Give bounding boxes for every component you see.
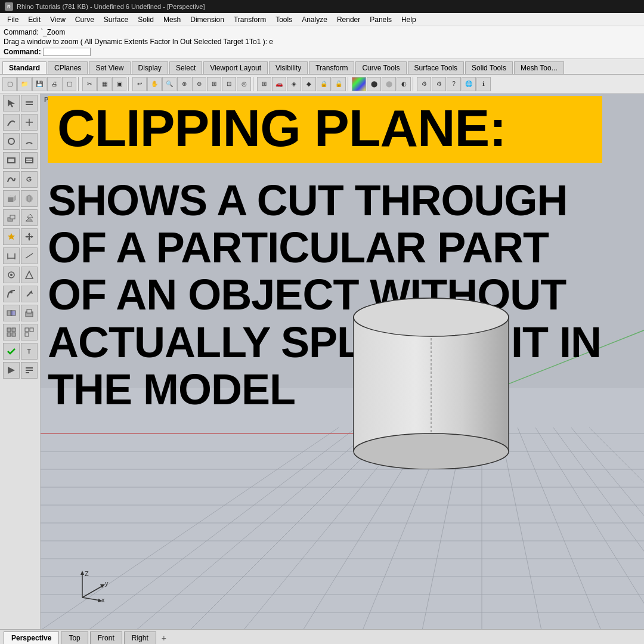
command-input[interactable]: [43, 48, 91, 56]
sidebar-grid3-icon[interactable]: [21, 324, 38, 340]
sidebar-text-icon[interactable]: T: [21, 343, 38, 360]
sidebar-row-14: T: [0, 342, 40, 361]
menu-file[interactable]: File: [2, 14, 23, 25]
menu-curve[interactable]: Curve: [70, 14, 99, 25]
sidebar-grid2-icon[interactable]: [3, 324, 20, 340]
sidebar-history2-icon[interactable]: [21, 362, 38, 379]
add-viewport-button[interactable]: +: [158, 632, 170, 644]
menu-dimension[interactable]: Dimension: [185, 14, 229, 25]
sidebar-bool2-icon[interactable]: [21, 305, 38, 321]
sidebar-history-icon[interactable]: [3, 362, 20, 379]
tab-cplanes[interactable]: CPlanes: [48, 61, 88, 74]
toolbar-grid-icon[interactable]: ⊞: [257, 77, 271, 91]
viewport[interactable]: P CLIPPING PLANE: SHOWS A CUT THROUGH OF…: [41, 94, 644, 629]
toolbar-obj2-icon[interactable]: ◆: [302, 77, 316, 91]
sidebar-move-icon[interactable]: [21, 228, 38, 245]
toolbar-lock-icon[interactable]: 🔒: [317, 77, 331, 91]
svg-rect-39: [12, 333, 16, 336]
sidebar-extrude-icon[interactable]: [3, 209, 20, 226]
menu-mesh[interactable]: Mesh: [159, 14, 185, 25]
sidebar-star-icon[interactable]: [3, 228, 20, 245]
toolbar-help-icon[interactable]: ?: [447, 77, 461, 91]
sidebar-spiral-icon[interactable]: [21, 171, 38, 188]
sidebar-circle-icon[interactable]: [3, 133, 20, 150]
toolbar-open-icon[interactable]: 📁: [17, 77, 32, 91]
toolbar-zoomsel-icon[interactable]: ⊡: [222, 77, 236, 91]
sidebar-row-3: [0, 132, 40, 151]
sidebar-box-icon[interactable]: [3, 190, 20, 207]
toolbar-zoom1-icon[interactable]: 🔍: [162, 77, 177, 91]
sidebar-select2-icon[interactable]: [21, 95, 38, 112]
toolbar-new-icon[interactable]: ▢: [2, 77, 17, 91]
sidebar-dim-icon[interactable]: [3, 247, 20, 264]
tab-surface-tools[interactable]: Surface Tools: [408, 61, 465, 74]
sidebar-array-icon[interactable]: [3, 286, 20, 302]
toolbar-info-icon[interactable]: ℹ: [476, 77, 491, 91]
viewport-tab-right[interactable]: Right: [124, 631, 156, 645]
toolbar-cut-icon[interactable]: ✂: [82, 77, 97, 91]
tab-curve-tools[interactable]: Curve Tools: [355, 61, 406, 74]
tab-transform[interactable]: Transform: [309, 61, 354, 74]
sidebar-bool-icon[interactable]: [3, 305, 20, 321]
toolbar-paste-icon[interactable]: ▣: [112, 77, 126, 91]
sidebar-extrude2-icon[interactable]: [21, 209, 38, 226]
toolbar-zoomdyn-icon[interactable]: ◎: [237, 77, 251, 91]
viewport-tab-top[interactable]: Top: [61, 631, 88, 645]
tab-solid-tools[interactable]: Solid Tools: [465, 61, 513, 74]
menu-analyze[interactable]: Analyze: [297, 14, 332, 25]
menu-view[interactable]: View: [45, 14, 70, 25]
menu-edit[interactable]: Edit: [23, 14, 45, 25]
toolbar-sphere2-icon[interactable]: ⬤: [382, 77, 396, 91]
menu-solid[interactable]: Solid: [133, 14, 159, 25]
menu-transform[interactable]: Transform: [229, 14, 271, 25]
tab-select[interactable]: Select: [169, 61, 202, 74]
toolbar-undo-icon[interactable]: ↩: [132, 77, 147, 91]
svg-marker-43: [8, 367, 15, 374]
menu-render[interactable]: Render: [332, 14, 365, 25]
toolbar-zoom2-icon[interactable]: ⊕: [177, 77, 191, 91]
sidebar-freeform-icon[interactable]: [3, 171, 20, 188]
toolbar-render-icon[interactable]: ◐: [397, 77, 411, 91]
sidebar-rect2-icon[interactable]: [21, 152, 38, 169]
sidebar-sphere3d-icon[interactable]: [21, 190, 38, 207]
toolbar-print-icon[interactable]: 🖨: [47, 77, 61, 91]
menu-panels[interactable]: Panels: [365, 14, 397, 25]
toolbar-pan-icon[interactable]: ✋: [147, 77, 162, 91]
toolbar-web-icon[interactable]: 🌐: [462, 77, 476, 91]
tab-mesh-tools[interactable]: Mesh Too...: [514, 61, 564, 74]
toolbar-settings-icon[interactable]: ⚙: [417, 77, 431, 91]
toolbar-zoomext-icon[interactable]: ⊞: [207, 77, 221, 91]
sidebar-dim2-icon[interactable]: [21, 247, 38, 264]
sidebar-snap1-icon[interactable]: [3, 267, 20, 283]
tab-set-view[interactable]: Set View: [89, 61, 130, 74]
tab-display[interactable]: Display: [132, 61, 168, 74]
toolbar-copy-icon[interactable]: ▦: [97, 77, 112, 91]
tab-standard[interactable]: Standard: [2, 61, 47, 74]
toolbar-color-icon[interactable]: [352, 77, 366, 91]
toolbar-unlock-icon[interactable]: 🔓: [332, 77, 346, 91]
menu-help[interactable]: Help: [397, 14, 421, 25]
sidebar-transform-icon[interactable]: [21, 286, 38, 302]
sidebar-arc-icon[interactable]: [21, 133, 38, 150]
sidebar-select-icon[interactable]: [3, 95, 20, 112]
toolbar-settings2-icon[interactable]: ⚙: [432, 77, 446, 91]
toolbar-sphere-icon[interactable]: ⬤: [367, 77, 381, 91]
tab-viewport-layout[interactable]: Viewport Layout: [203, 61, 268, 74]
sidebar-curve1-icon[interactable]: [3, 114, 20, 131]
menu-surface[interactable]: Surface: [99, 14, 133, 25]
viewport-tab-perspective[interactable]: Perspective: [4, 631, 59, 645]
toolbar-zoom3-icon[interactable]: ⊖: [192, 77, 206, 91]
toolbar-save-icon[interactable]: 💾: [32, 77, 47, 91]
svg-point-29: [10, 291, 13, 293]
sidebar-check-icon[interactable]: [3, 343, 20, 360]
toolbar-car-icon[interactable]: 🚗: [272, 77, 286, 91]
sidebar-snap2-icon[interactable]: [21, 267, 38, 283]
toolbar-obj1-icon[interactable]: ◈: [287, 77, 301, 91]
sidebar-curve2-icon[interactable]: [21, 114, 38, 131]
svg-text:y: y: [105, 580, 109, 587]
menu-tools[interactable]: Tools: [271, 14, 297, 25]
viewport-tab-front[interactable]: Front: [90, 631, 122, 645]
tab-visibility[interactable]: Visibility: [269, 61, 308, 74]
sidebar-rect-icon[interactable]: [3, 152, 20, 169]
toolbar-template-icon[interactable]: ▢: [62, 77, 76, 91]
